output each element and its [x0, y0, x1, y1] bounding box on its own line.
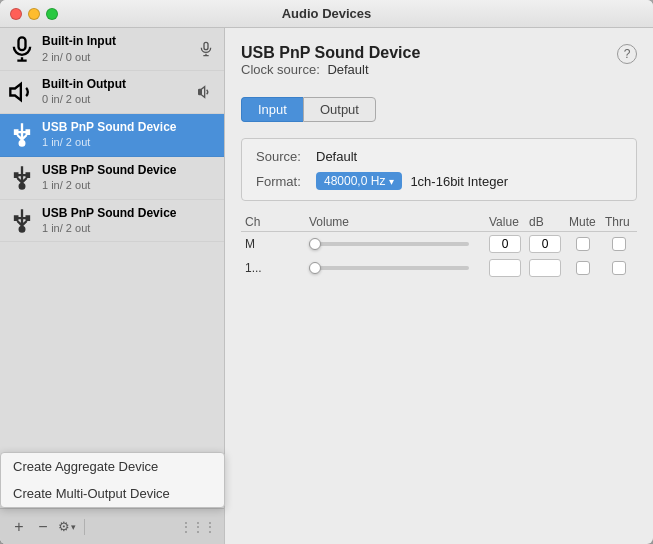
value-input[interactable]: [489, 235, 521, 253]
volume-slider-thumb-2[interactable]: [309, 262, 321, 274]
device-info-builtin-output: Built-in Output 0 in/ 2 out: [42, 77, 196, 107]
device-detail-title: USB PnP Sound Device: [241, 44, 420, 62]
mute-checkbox-2[interactable]: [576, 261, 590, 275]
clock-source-value: Default: [327, 62, 368, 77]
titlebar: Audio Devices: [0, 0, 653, 28]
settings-button[interactable]: ⚙ ▾: [56, 516, 78, 538]
col-header-ch: Ch: [241, 213, 305, 232]
svg-point-11: [20, 183, 25, 188]
device-name: USB PnP Sound Device: [42, 120, 216, 136]
device-name: USB PnP Sound Device: [42, 163, 216, 179]
tab-input[interactable]: Input: [241, 97, 303, 122]
thru-cell: [601, 232, 637, 257]
svg-point-13: [20, 226, 25, 231]
device-info-usb-pnp-2: USB PnP Sound Device 1 in/ 2 out: [42, 163, 216, 193]
col-header-volume: Volume: [305, 213, 485, 232]
thru-checkbox-2[interactable]: [612, 261, 626, 275]
table-row: 1...: [241, 256, 637, 280]
device-item-usb-pnp-1[interactable]: USB PnP Sound Device 1 in/ 2 out: [0, 114, 224, 157]
close-button[interactable]: [10, 8, 22, 20]
volume-slider-container-2: [309, 266, 481, 270]
create-multi-output-device-menu-item[interactable]: Create Multi-Output Device: [1, 480, 224, 507]
db-input[interactable]: [529, 235, 561, 253]
chevron-down-icon: ▾: [71, 522, 76, 532]
value-input-2[interactable]: [489, 259, 521, 277]
resize-handle[interactable]: ⋮⋮⋮: [180, 520, 216, 534]
mute-checkbox[interactable]: [576, 237, 590, 251]
device-name: Built-in Input: [42, 34, 196, 50]
device-io: 0 in/ 2 out: [42, 92, 196, 106]
usb-icon-3: [8, 207, 36, 235]
input-output-tabs: Input Output: [241, 97, 637, 122]
volume-slider-thumb[interactable]: [309, 238, 321, 250]
db-input-2[interactable]: [529, 259, 561, 277]
context-menu: Create Aggregate Device Create Multi-Out…: [0, 452, 225, 508]
volume-slider-container: [309, 242, 481, 246]
gear-icon: ⚙: [58, 519, 70, 534]
format-extra: 1ch-16bit Integer: [410, 174, 508, 189]
device-item-builtin-input[interactable]: Built-in Input 2 in/ 0 out: [0, 28, 224, 71]
speaker-icon: [8, 78, 36, 106]
device-info-builtin-input: Built-in Input 2 in/ 0 out: [42, 34, 196, 64]
value-cell-2: [485, 256, 525, 280]
audio-devices-window: Audio Devices Built-in: [0, 0, 653, 544]
usb-icon: [8, 121, 36, 149]
device-io: 1 in/ 2 out: [42, 135, 216, 149]
source-label: Source:: [256, 149, 316, 164]
svg-rect-3: [204, 42, 208, 49]
db-cell-2: [525, 256, 565, 280]
svg-marker-8: [201, 86, 204, 97]
usb-icon-2: [8, 164, 36, 192]
format-dropdown[interactable]: 48000,0 Hz ▾: [316, 172, 402, 190]
add-device-button[interactable]: +: [8, 516, 30, 538]
device-item-builtin-output[interactable]: Built-in Output 0 in/ 2 out: [0, 71, 224, 114]
main-content: Built-in Input 2 in/ 0 out: [0, 28, 653, 544]
clock-source-label: Clock source:: [241, 62, 320, 77]
source-value: Default: [316, 149, 357, 164]
remove-device-button[interactable]: −: [32, 516, 54, 538]
device-list: Built-in Input 2 in/ 0 out: [0, 28, 224, 508]
volume-table: Ch Volume Value dB Mute Thru M: [241, 213, 637, 280]
volume-slider-cell: [305, 232, 485, 257]
tab-output[interactable]: Output: [303, 97, 376, 122]
device-io: 2 in/ 0 out: [42, 50, 196, 64]
side-speaker-icon: [196, 82, 216, 102]
device-io: 1 in/ 2 out: [42, 178, 216, 192]
value-cell: [485, 232, 525, 257]
ch-label: 1...: [241, 256, 305, 280]
volume-slider-track-2[interactable]: [309, 266, 469, 270]
device-item-usb-pnp-3[interactable]: USB PnP Sound Device 1 in/ 2 out: [0, 200, 224, 243]
detail-panel: USB PnP Sound Device Clock source: Defau…: [225, 28, 653, 544]
svg-marker-6: [10, 84, 20, 100]
volume-slider-track[interactable]: [309, 242, 469, 246]
svg-rect-0: [19, 37, 26, 50]
thru-cell-2: [601, 256, 637, 280]
col-header-value: Value: [485, 213, 525, 232]
device-name: USB PnP Sound Device: [42, 206, 216, 222]
create-aggregate-device-menu-item[interactable]: Create Aggregate Device: [1, 453, 224, 480]
format-row: Format: 48000,0 Hz ▾ 1ch-16bit Integer: [256, 172, 622, 190]
settings-box: Source: Default Format: 48000,0 Hz ▾ 1ch…: [241, 138, 637, 201]
device-name: Built-in Output: [42, 77, 196, 93]
sidebar: Built-in Input 2 in/ 0 out: [0, 28, 225, 544]
minimize-button[interactable]: [28, 8, 40, 20]
device-item-usb-pnp-2[interactable]: USB PnP Sound Device 1 in/ 2 out: [0, 157, 224, 200]
help-button[interactable]: ?: [617, 44, 637, 64]
sidebar-toolbar: + − ⚙ ▾ ⋮⋮⋮: [0, 508, 224, 544]
toolbar-divider: [84, 519, 85, 535]
volume-slider-cell: [305, 256, 485, 280]
col-header-db: dB: [525, 213, 565, 232]
maximize-button[interactable]: [46, 8, 58, 20]
svg-point-9: [20, 141, 25, 146]
thru-checkbox[interactable]: [612, 237, 626, 251]
device-io: 1 in/ 2 out: [42, 221, 216, 235]
device-info-usb-pnp-1: USB PnP Sound Device 1 in/ 2 out: [42, 120, 216, 150]
col-header-thru: Thru: [601, 213, 637, 232]
format-label: Format:: [256, 174, 316, 189]
window-title: Audio Devices: [282, 6, 372, 21]
side-mic-icon: [196, 39, 216, 59]
format-value: 48000,0 Hz: [324, 174, 385, 188]
source-row: Source: Default: [256, 149, 622, 164]
mute-cell-2: [565, 256, 601, 280]
mic-icon: [8, 35, 36, 63]
